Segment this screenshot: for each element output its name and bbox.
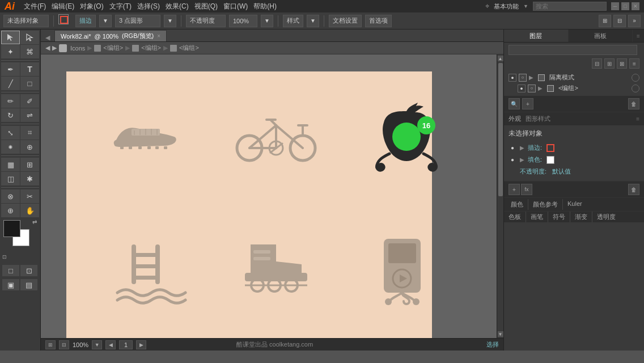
menu-file[interactable]: 文件(F) (24, 2, 46, 11)
panel-icon-btn-3[interactable]: ⊠ (617, 58, 627, 69)
shear-tool[interactable]: ⌗ (20, 126, 39, 140)
panel-icon-btn-4[interactable]: ≡ (629, 58, 639, 69)
breadcrumb-item-3[interactable]: <编组> (179, 44, 199, 52)
select-label[interactable]: 选择 (486, 340, 499, 349)
layer-group[interactable]: ● ○ ▶ <编组> (506, 83, 642, 94)
stroke-eye[interactable]: ● (509, 144, 516, 152)
screen-mode-btn2[interactable]: ▤ (20, 279, 37, 290)
fill-expand[interactable]: ▶ (520, 157, 524, 163)
search-input[interactable] (533, 2, 607, 11)
menu-select[interactable]: 选择(S) (137, 2, 160, 11)
status-btn-1[interactable]: ⊞ (45, 340, 56, 349)
active-tab[interactable]: Work82.ai* @ 100% (RGB/预览) × (54, 30, 167, 41)
breadcrumb-item-1[interactable]: <编组> (103, 44, 123, 52)
style-dropdown[interactable]: ▼ (307, 15, 319, 27)
tab-artboards[interactable]: 画板 (569, 29, 633, 42)
zoom-dropdown[interactable]: ▼ (92, 340, 102, 349)
preset-label[interactable]: 基本功能 (494, 2, 519, 11)
layer-expand-2[interactable]: ▶ (538, 85, 543, 91)
line-tool[interactable]: ╱ (1, 77, 20, 90)
stroke-dropdown[interactable]: ▼ (99, 15, 112, 27)
stroke-size[interactable]: 3 点圆形 (115, 15, 160, 27)
stroke-expand[interactable]: ▶ (520, 145, 524, 151)
lasso-tool[interactable]: ⌘ (20, 45, 39, 58)
canvas-area[interactable]: 16 (41, 54, 497, 338)
opacity-row-value[interactable]: 默认值 (552, 167, 571, 176)
stroke-label[interactable]: 描边 (75, 15, 96, 27)
swatch-tab-gradient[interactable]: 渐变 (570, 212, 592, 222)
doc-settings-btn[interactable]: 文档设置 (329, 15, 362, 27)
vertical-scrollbar[interactable]: ▲ ▼ (497, 54, 503, 338)
scroll-thumb[interactable] (498, 63, 503, 196)
breadcrumb-item-0[interactable]: Icons (70, 45, 85, 52)
breadcrumb-back[interactable]: ◀ (45, 44, 50, 52)
layer-eye-2[interactable]: ● (518, 85, 526, 92)
opacity-dropdown[interactable]: ▼ (261, 15, 273, 27)
layer-target-1[interactable] (632, 74, 639, 82)
status-btn-2[interactable]: ⊟ (59, 340, 69, 349)
layer-target-2[interactable] (632, 85, 639, 92)
fill-mode-btn[interactable]: □ (2, 265, 19, 276)
panel-search-btn[interactable]: 🔍 (509, 98, 520, 109)
stroke-color-chip[interactable] (546, 144, 554, 152)
stroke-color-indicator[interactable] (58, 14, 72, 28)
maximize-btn[interactable]: □ (621, 2, 629, 10)
layer-isolation-mode[interactable]: ● ○ ▶ 隔离模式 (506, 72, 642, 83)
appearance-tab-2[interactable]: 图形样式 (526, 115, 550, 123)
page-input[interactable]: 1 (119, 340, 133, 349)
layer-expand-1[interactable]: ▶ (529, 74, 533, 81)
opacity-value[interactable]: 100% (229, 15, 257, 27)
menu-help[interactable]: 帮助(H) (253, 2, 277, 11)
panel-search-input[interactable] (509, 45, 637, 55)
menu-text[interactable]: 文字(T) (109, 2, 132, 11)
panel-icon-btn-2[interactable]: ⊞ (604, 58, 615, 69)
swatch-tab-brush[interactable]: 画笔 (526, 212, 548, 222)
close-btn[interactable]: ✕ (632, 2, 639, 10)
tab-close-btn[interactable]: × (157, 33, 160, 39)
tab-layers[interactable]: 图层 (504, 29, 569, 42)
select-tool[interactable] (1, 31, 20, 44)
layer-lock-1[interactable]: ○ (519, 74, 527, 82)
rotate-tool[interactable]: ↻ (1, 108, 20, 122)
layer-eye-1[interactable]: ● (509, 74, 516, 82)
panel-delete-btn[interactable]: 🗑 (628, 98, 639, 109)
hand-tool[interactable]: ✋ (20, 204, 39, 217)
column-graph-tool[interactable]: ▦ (1, 158, 20, 171)
appearance-menu-btn[interactable]: ≡ (636, 116, 639, 122)
delete-appearance-btn[interactable]: 🗑 (628, 184, 639, 195)
stroke-mode-btn[interactable]: ⊡ (20, 265, 37, 276)
fill-eye[interactable]: ● (509, 156, 516, 164)
swatch-tab-transparency[interactable]: 透明度 (592, 212, 620, 222)
preferences-btn[interactable]: 首选项 (365, 15, 392, 27)
pencil-tool[interactable]: ✐ (20, 94, 39, 108)
scale-tool[interactable]: ⤡ (1, 126, 20, 140)
prev-page-btn[interactable]: ◀ (105, 340, 116, 349)
pen-tool[interactable]: ✒ (1, 62, 20, 76)
eyedropper-tool[interactable]: ✱ (20, 172, 39, 185)
fill-color-chip[interactable] (546, 156, 554, 164)
appearance-header[interactable]: 外观 图形样式 ≡ (504, 112, 644, 125)
magic-wand-tool[interactable]: ✦ (1, 45, 20, 58)
symbol-tool[interactable]: ⊕ (20, 140, 39, 154)
panel-menu-btn[interactable]: ≡ (633, 29, 644, 42)
color-tab-reference[interactable]: 颜色参考 (528, 199, 563, 210)
blend-tool[interactable]: ⁕ (1, 140, 20, 154)
next-page-btn[interactable]: ▶ (136, 340, 146, 349)
tab-nav-prev[interactable]: ◀ (41, 34, 54, 41)
preset-chevron[interactable]: ▼ (523, 3, 528, 9)
stroke-size-dropdown[interactable]: ▼ (164, 15, 176, 27)
arrange-btn[interactable]: ⊞ (599, 15, 611, 27)
breadcrumb-forward[interactable]: ▶ (52, 44, 57, 52)
menu-window[interactable]: 窗口(W) (223, 2, 248, 11)
color-tab-kuler[interactable]: Kuler (563, 199, 587, 210)
zoom-tool[interactable]: ⊕ (1, 204, 20, 217)
blend2-tool[interactable]: ⊗ (1, 189, 20, 203)
fill-color-area[interactable] (546, 156, 554, 164)
layer-lock-2[interactable]: ○ (528, 85, 536, 92)
breadcrumb-item-2[interactable]: <编组> (141, 44, 161, 52)
swap-colors-btn[interactable]: ⇄ (32, 219, 37, 225)
type-tool[interactable]: T (20, 62, 39, 76)
screen-mode-btn[interactable]: ▣ (2, 279, 19, 290)
swatch-tab-symbol[interactable]: 符号 (548, 212, 570, 222)
menu-object[interactable]: 对象(O) (80, 2, 103, 11)
